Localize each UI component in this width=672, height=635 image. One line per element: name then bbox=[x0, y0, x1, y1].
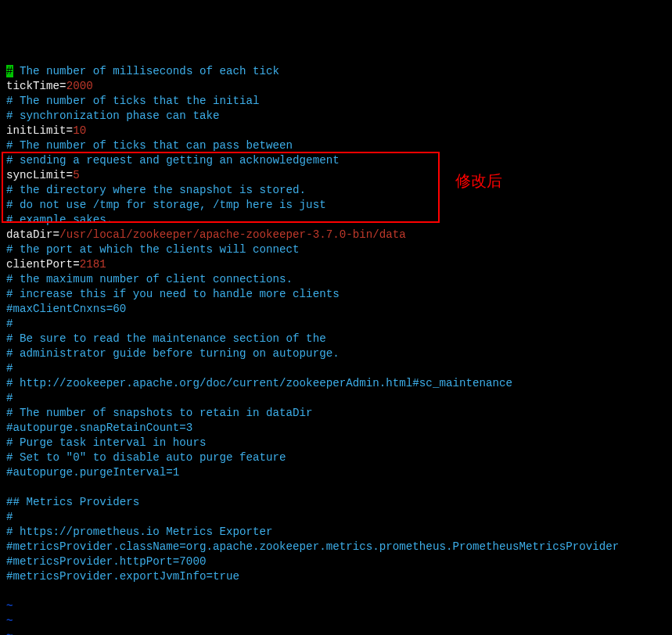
config-line: # The number of ticks that can pass betw… bbox=[6, 138, 666, 153]
config-line: # bbox=[6, 361, 666, 376]
config-line: # synchronization phase can take bbox=[6, 109, 666, 124]
config-line: ~ bbox=[6, 599, 666, 614]
config-line: ~ bbox=[6, 614, 666, 629]
config-line: # Be sure to read the maintenance sectio… bbox=[6, 332, 666, 346]
config-line: # The number of milliseconds of each tic… bbox=[6, 64, 666, 79]
config-line: syncLimit=5 bbox=[6, 168, 666, 183]
config-line: # https://prometheus.io Metrics Exporter bbox=[6, 525, 666, 540]
config-line: ~ bbox=[6, 629, 666, 635]
config-line: #metricsProvider.exportJvmInfo=true bbox=[6, 569, 666, 584]
config-line: #maxClientCnxns=60 bbox=[6, 302, 666, 317]
config-line: # the port at which the clients will con… bbox=[6, 242, 666, 257]
config-line: # bbox=[6, 317, 666, 332]
config-line: # sending a request and getting an ackno… bbox=[6, 153, 666, 168]
config-line: # increase this if you need to handle mo… bbox=[6, 287, 666, 302]
cursor: # bbox=[6, 65, 13, 77]
terminal-editor[interactable]: # The number of milliseconds of each tic… bbox=[6, 64, 666, 635]
annotation-label: 修改后 bbox=[455, 174, 502, 188]
config-line: # bbox=[6, 391, 666, 406]
config-line: initLimit=10 bbox=[6, 124, 666, 138]
config-line: #autopurge.purgeInterval=1 bbox=[6, 465, 666, 480]
config-line: # Set to "0" to disable auto purge featu… bbox=[6, 450, 666, 465]
config-line: clientPort=2181 bbox=[6, 257, 666, 272]
config-line: # http://zookeeper.apache.org/doc/curren… bbox=[6, 376, 666, 391]
config-line: #metricsProvider.className=org.apache.zo… bbox=[6, 540, 666, 554]
config-line: #autopurge.snapRetainCount=3 bbox=[6, 421, 666, 436]
config-line bbox=[6, 480, 666, 495]
config-line: #metricsProvider.httpPort=7000 bbox=[6, 554, 666, 569]
config-line: # Purge task interval in hours bbox=[6, 436, 666, 450]
config-line: # The number of ticks that the initial bbox=[6, 94, 666, 109]
config-line: dataDir=/usr/local/zookeeper/apache-zook… bbox=[6, 228, 666, 242]
config-line: tickTime=2000 bbox=[6, 79, 666, 94]
config-line: # bbox=[6, 510, 666, 525]
config-line: # The number of snapshots to retain in d… bbox=[6, 406, 666, 421]
config-line: # example sakes. bbox=[6, 213, 666, 228]
config-line: # the directory where the snapshot is st… bbox=[6, 183, 666, 198]
config-line bbox=[6, 584, 666, 599]
config-line: # do not use /tmp for storage, /tmp here… bbox=[6, 198, 666, 213]
config-line: ## Metrics Providers bbox=[6, 495, 666, 510]
config-line: # the maximum number of client connectio… bbox=[6, 272, 666, 287]
config-line: # administrator guide before turning on … bbox=[6, 346, 666, 361]
